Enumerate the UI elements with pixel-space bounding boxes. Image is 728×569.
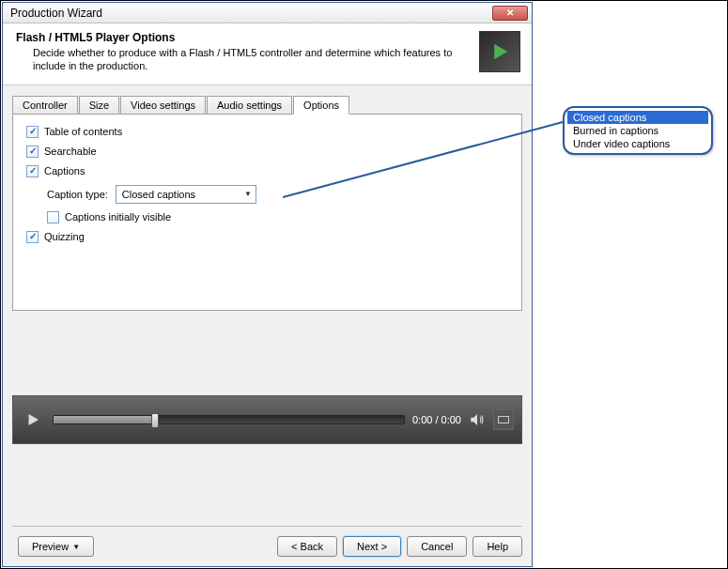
- dropdown-option-closed-captions[interactable]: Closed captions: [567, 111, 708, 124]
- dropdown-options-callout: Closed captions Burned in captions Under…: [563, 106, 713, 155]
- close-icon: ✕: [506, 8, 514, 18]
- fullscreen-icon: [498, 416, 509, 423]
- label-caption-type: Caption type:: [47, 189, 108, 200]
- chevron-down-icon: ▼: [72, 543, 80, 551]
- label-toc: Table of contents: [44, 126, 122, 137]
- tab-size[interactable]: Size: [79, 96, 119, 115]
- header-title: Flash / HTML5 Player Options: [16, 31, 470, 44]
- header-text: Flash / HTML5 Player Options Decide whet…: [16, 31, 479, 73]
- tab-panel-options: Table of contents Searchable Captions Ca…: [12, 114, 522, 311]
- checkbox-toc[interactable]: [26, 126, 39, 138]
- tab-video-settings[interactable]: Video settings: [120, 96, 206, 115]
- close-button[interactable]: ✕: [492, 6, 528, 21]
- cancel-button-label: Cancel: [421, 541, 453, 552]
- dropdown-caption-type-value: Closed captions: [122, 189, 195, 200]
- tab-controller[interactable]: Controller: [12, 96, 78, 115]
- dropdown-option-under-video-captions[interactable]: Under video captions: [567, 137, 708, 150]
- production-wizard-dialog: Production Wizard ✕ Flash / HTML5 Player…: [2, 2, 533, 567]
- video-player-preview: 0:00 / 0:00: [12, 395, 522, 444]
- progress-thumb[interactable]: [151, 413, 159, 428]
- checkbox-searchable[interactable]: [26, 146, 39, 158]
- fullscreen-button[interactable]: [493, 409, 514, 430]
- progress-track[interactable]: [53, 415, 405, 424]
- checkbox-quizzing[interactable]: [26, 231, 39, 243]
- tab-audio-settings[interactable]: Audio settings: [207, 96, 292, 115]
- help-button[interactable]: Help: [472, 536, 522, 557]
- checkbox-captions[interactable]: [26, 165, 39, 177]
- volume-icon[interactable]: [469, 411, 486, 428]
- dropdown-option-burned-in-captions[interactable]: Burned in captions: [567, 124, 708, 137]
- label-captions-initially-visible: Captions initially visible: [65, 211, 171, 223]
- tabstrip: Controller Size Video settings Audio set…: [12, 96, 522, 115]
- play-button[interactable]: [21, 408, 45, 432]
- label-searchable: Searchable: [44, 146, 97, 157]
- footer: Preview ▼ < Back Next > Cancel Help: [12, 526, 522, 557]
- label-captions: Captions: [44, 165, 85, 177]
- dropdown-caption-type[interactable]: Closed captions ▼: [116, 185, 256, 204]
- content-area: Controller Size Video settings Audio set…: [3, 85, 532, 311]
- next-button-label: Next >: [357, 541, 387, 552]
- next-button[interactable]: Next >: [343, 536, 401, 557]
- chevron-down-icon: ▼: [244, 190, 252, 198]
- svg-marker-1: [29, 414, 39, 425]
- help-button-label: Help: [487, 541, 508, 552]
- checkbox-captions-initially-visible[interactable]: [47, 211, 59, 223]
- header-panel: Flash / HTML5 Player Options Decide whet…: [3, 23, 532, 85]
- progress-filled: [54, 416, 151, 423]
- tab-options[interactable]: Options: [293, 96, 349, 115]
- label-quizzing: Quizzing: [44, 231, 85, 242]
- header-description: Decide whether to produce with a Flash /…: [16, 46, 470, 73]
- preview-button-label: Preview: [32, 541, 69, 552]
- svg-marker-0: [494, 44, 507, 59]
- time-display: 0:00 / 0:00: [412, 414, 461, 425]
- header-icon: [479, 31, 520, 72]
- cancel-button[interactable]: Cancel: [407, 536, 467, 557]
- back-button[interactable]: < Back: [277, 536, 337, 557]
- window-title: Production Wizard: [10, 7, 102, 20]
- titlebar: Production Wizard ✕: [3, 3, 532, 23]
- preview-button[interactable]: Preview ▼: [18, 536, 94, 557]
- back-button-label: < Back: [291, 541, 323, 552]
